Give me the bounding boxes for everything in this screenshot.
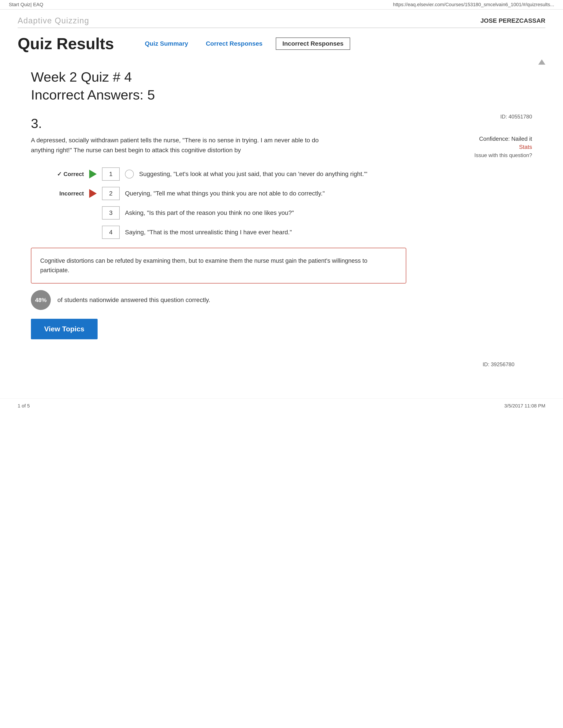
answer-row-4: 4 Saying, "That is the most unrealistic … bbox=[49, 226, 532, 239]
answer-box-1: 1 bbox=[102, 167, 120, 181]
answer-text-2: Querying, "Tell me what things you think… bbox=[125, 189, 325, 198]
question-meta: Confidence: Nailed it Stats Issue with t… bbox=[466, 135, 532, 159]
bottom-question-id: ID: 39256780 bbox=[31, 348, 532, 376]
question-text: A depressed, socially withdrawn patient … bbox=[31, 135, 340, 155]
question-number: 3. bbox=[31, 116, 532, 131]
answer-row-3: 3 Asking, "Is this part of the reason yo… bbox=[49, 206, 532, 220]
stats-row: 48% of students nationwide answered this… bbox=[31, 290, 532, 310]
brand-logo: Adaptive Quizzing bbox=[18, 16, 89, 25]
answer-text-4: Saying, "That is the most unrealistic th… bbox=[125, 228, 292, 237]
quiz-title: Week 2 Quiz # 4 bbox=[31, 69, 532, 85]
url-bar: https://eaq.elsevier.com/Courses/153180_… bbox=[393, 2, 554, 8]
answer-number-3: 3 bbox=[109, 209, 113, 216]
scroll-up-icon bbox=[538, 59, 545, 65]
stats-text: of students nationwide answered this que… bbox=[57, 296, 210, 304]
page-title: Quiz Results bbox=[18, 35, 114, 53]
correct-label: ✓ Correct bbox=[49, 171, 84, 178]
answer-text-1: Suggesting, "Let's look at what you just… bbox=[139, 169, 368, 179]
tab-incorrect-responses[interactable]: Incorrect Responses bbox=[276, 38, 350, 50]
question-body: A depressed, socially withdrawn patient … bbox=[31, 135, 532, 159]
answer-number-1: 1 bbox=[109, 171, 113, 178]
tab-bar: Quiz Summary Correct Responses Incorrect… bbox=[140, 38, 350, 50]
correct-arrow-icon bbox=[89, 170, 97, 178]
datetime: 3/5/2017 11:08 PM bbox=[504, 403, 545, 409]
scroll-indicator bbox=[0, 59, 563, 65]
answer-circle-1 bbox=[125, 170, 134, 178]
quiz-incorrect-count: Incorrect Answers: 5 bbox=[31, 87, 532, 103]
answer-row-1: ✓ Correct 1 Suggesting, "Let's look at w… bbox=[49, 167, 532, 181]
results-header-row: Quiz Results Quiz Summary Correct Respon… bbox=[0, 28, 563, 57]
answer-box-4: 4 bbox=[102, 226, 120, 239]
explanation-box: Cognitive distortions can be refuted by … bbox=[31, 248, 406, 283]
page-header: Adaptive Quizzing JOSE PEREZCASSAR bbox=[0, 9, 563, 28]
answer-number-4: 4 bbox=[109, 229, 113, 236]
issue-link[interactable]: Issue with this question? bbox=[475, 152, 532, 158]
browser-top-bar: Start Quiz| EAQ https://eaq.elsevier.com… bbox=[0, 0, 563, 9]
confidence-label: Confidence: Nailed it bbox=[479, 135, 532, 142]
answer-number-2: 2 bbox=[109, 190, 113, 197]
tab-quiz-summary[interactable]: Quiz Summary bbox=[140, 38, 192, 49]
answer-text-3: Asking, "Is this part of the reason you … bbox=[125, 208, 294, 218]
answers-section: ✓ Correct 1 Suggesting, "Let's look at w… bbox=[49, 167, 532, 239]
incorrect-label: Incorrect bbox=[49, 190, 84, 197]
answer-row-2: Incorrect 2 Querying, "Tell me what thin… bbox=[49, 187, 532, 200]
page-footer: 1 of 5 3/5/2017 11:08 PM bbox=[0, 398, 563, 413]
main-content: Week 2 Quiz # 4 Incorrect Answers: 5 ID:… bbox=[0, 65, 563, 381]
stats-link[interactable]: Stats bbox=[466, 144, 532, 150]
view-topics-button[interactable]: View Topics bbox=[31, 319, 98, 339]
incorrect-arrow-icon bbox=[89, 189, 97, 198]
page-info: 1 of 5 bbox=[18, 403, 30, 409]
answer-box-3: 3 bbox=[102, 206, 120, 220]
percent-badge: 48% bbox=[31, 290, 51, 310]
answer-box-2: 2 bbox=[102, 187, 120, 200]
question-block: ID: 40551780 3. A depressed, socially wi… bbox=[31, 111, 532, 348]
tab-correct-responses[interactable]: Correct Responses bbox=[201, 38, 267, 49]
question-id: ID: 40551780 bbox=[500, 114, 532, 120]
user-name: JOSE PEREZCASSAR bbox=[480, 17, 545, 24]
tab-title: Start Quiz| EAQ bbox=[9, 2, 43, 8]
